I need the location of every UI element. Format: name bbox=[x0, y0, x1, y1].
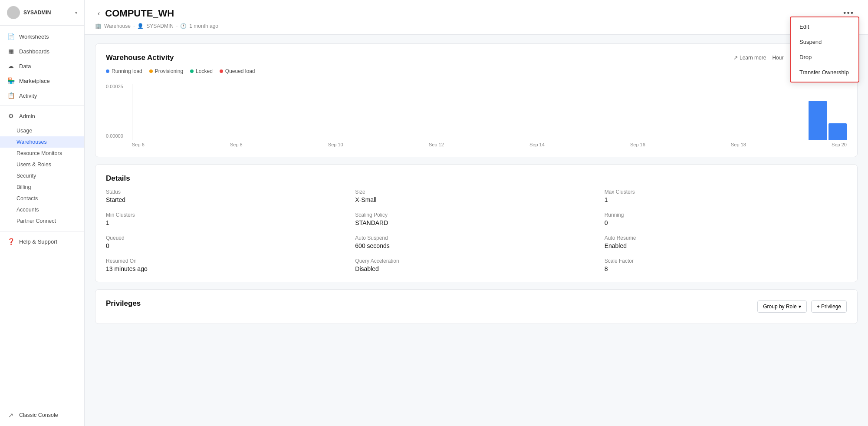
sidebar-item-marketplace[interactable]: 🏪 Marketplace bbox=[0, 73, 84, 88]
detail-query-acceleration-label: Query Acceleration bbox=[355, 258, 597, 264]
sidebar-item-partner-connect[interactable]: Partner Connect bbox=[0, 215, 84, 227]
sidebar-item-label: Classic Console bbox=[19, 412, 58, 418]
add-privilege-button[interactable]: + Privilege bbox=[811, 301, 847, 313]
sidebar-nav: 📄 Worksheets ▦ Dashboards ☁ Data 🏪 Marke… bbox=[0, 26, 84, 404]
page-title: COMPUTE_WH bbox=[105, 8, 174, 19]
detail-max-clusters-value: 1 bbox=[605, 196, 847, 203]
detail-size: Size X-Small bbox=[355, 189, 597, 203]
breadcrumb-user: SYSADMIN bbox=[146, 23, 174, 29]
dropdown-suspend[interactable]: Suspend bbox=[791, 34, 858, 50]
add-privilege-label: + Privilege bbox=[817, 304, 841, 310]
legend-running-load: Running load bbox=[106, 68, 142, 74]
chart-bars bbox=[809, 101, 847, 140]
sidebar-item-billing[interactable]: Billing bbox=[0, 182, 84, 193]
breadcrumb-user-icon: 👤 bbox=[137, 23, 144, 29]
detail-scaling-policy-value: STANDARD bbox=[355, 219, 597, 226]
privileges-actions: Group by Role ▾ + Privilege bbox=[757, 301, 847, 313]
x-label-sep10: Sep 10 bbox=[328, 142, 343, 147]
sidebar-item-security[interactable]: Security bbox=[0, 170, 84, 182]
provisioning-dot bbox=[149, 69, 153, 73]
sidebar-item-worksheets[interactable]: 📄 Worksheets bbox=[0, 29, 84, 44]
time-btn-hour[interactable]: Hour bbox=[769, 53, 786, 62]
dropdown-drop[interactable]: Drop bbox=[791, 50, 858, 65]
x-label-sep18: Sep 18 bbox=[731, 142, 746, 147]
sidebar-item-usage[interactable]: Usage bbox=[0, 125, 84, 136]
sidebar-item-classic-console[interactable]: ↗ Classic Console bbox=[0, 408, 84, 423]
detail-status-value: Started bbox=[106, 196, 348, 203]
sidebar-item-label: Dashboards bbox=[19, 48, 49, 55]
sidebar-item-dashboards[interactable]: ▦ Dashboards bbox=[0, 44, 84, 59]
data-icon: ☁ bbox=[7, 63, 15, 69]
back-button[interactable]: ‹ bbox=[95, 9, 102, 18]
chart-legend: Running load Provisioning Locked Qu bbox=[106, 68, 255, 74]
sidebar-item-accounts[interactable]: Accounts bbox=[0, 204, 84, 215]
sidebar-header[interactable]: SYSADMIN ▾ bbox=[0, 0, 84, 26]
detail-size-label: Size bbox=[355, 189, 597, 195]
sidebar-item-help-support[interactable]: ❓ Help & Support bbox=[0, 234, 84, 249]
legend-locked: Locked bbox=[190, 68, 213, 74]
privileges-card: Privileges Group by Role ▾ + Privilege bbox=[95, 289, 858, 324]
page-header: ‹ COMPUTE_WH ••• Edit Suspend Drop Trans… bbox=[85, 0, 868, 35]
legend-queued-load: Queued load bbox=[220, 68, 255, 74]
chart-x-labels: Sep 6 Sep 8 Sep 10 Sep 12 Sep 14 Sep 16 … bbox=[132, 142, 847, 147]
detail-running-label: Running bbox=[605, 212, 847, 218]
group-by-role-button[interactable]: Group by Role ▾ bbox=[757, 301, 806, 313]
detail-scaling-policy-label: Scaling Policy bbox=[355, 212, 597, 218]
main-content: ‹ COMPUTE_WH ••• Edit Suspend Drop Trans… bbox=[85, 0, 868, 426]
x-label-sep6: Sep 6 bbox=[132, 142, 145, 147]
clock-icon: 🕐 bbox=[180, 23, 187, 29]
page-content: Warehouse Activity Running load Provisio… bbox=[85, 35, 868, 333]
legend-running-load-label: Running load bbox=[112, 68, 142, 74]
header-top-row: ‹ COMPUTE_WH ••• Edit Suspend Drop Trans… bbox=[95, 7, 858, 20]
detail-min-clusters-label: Min Clusters bbox=[106, 212, 348, 218]
detail-status: Status Started bbox=[106, 189, 348, 203]
sidebar-user: SYSADMIN bbox=[23, 10, 72, 16]
chart-bar-2 bbox=[829, 123, 847, 140]
detail-max-clusters: Max Clusters 1 bbox=[605, 189, 847, 203]
detail-min-clusters: Min Clusters 1 bbox=[106, 212, 348, 226]
nav-divider-2 bbox=[0, 231, 84, 231]
privileges-header: Privileges Group by Role ▾ + Privilege bbox=[106, 299, 847, 314]
detail-auto-resume-value: Enabled bbox=[605, 242, 847, 249]
detail-scale-factor: Scale Factor 8 bbox=[605, 258, 847, 272]
locked-dot bbox=[190, 69, 194, 73]
breadcrumb: 🏢 Warehouse · 👤 SYSADMIN · 🕐 1 month ago bbox=[95, 23, 858, 29]
x-label-sep20: Sep 20 bbox=[832, 142, 847, 147]
dropdown-edit[interactable]: Edit bbox=[791, 19, 858, 34]
detail-auto-suspend-label: Auto Suspend bbox=[355, 235, 597, 241]
detail-resumed-on-value: 13 minutes ago bbox=[106, 265, 348, 272]
sidebar-item-users-roles[interactable]: Users & Roles bbox=[0, 159, 84, 170]
sidebar-item-resource-monitors[interactable]: Resource Monitors bbox=[0, 148, 84, 159]
chart-header: Warehouse Activity Running load Provisio… bbox=[106, 53, 847, 79]
y-axis-bottom-label: 0.00000 bbox=[106, 133, 123, 139]
running-load-dot bbox=[106, 69, 109, 73]
chart-title: Warehouse Activity bbox=[106, 53, 255, 62]
dropdown-transfer-ownership[interactable]: Transfer Ownership bbox=[791, 65, 858, 80]
detail-auto-resume-label: Auto Resume bbox=[605, 235, 847, 241]
x-label-sep8: Sep 8 bbox=[230, 142, 243, 147]
sidebar-item-label: Help & Support bbox=[19, 238, 57, 245]
sidebar-item-label: Data bbox=[19, 63, 31, 69]
worksheets-icon: 📄 bbox=[7, 33, 15, 40]
detail-running-value: 0 bbox=[605, 219, 847, 226]
group-by-role-label: Group by Role bbox=[763, 304, 796, 310]
learn-more-button[interactable]: ↗ Learn more bbox=[733, 55, 766, 61]
x-label-sep12: Sep 12 bbox=[429, 142, 444, 147]
external-link-icon: ↗ bbox=[7, 412, 15, 419]
sidebar-item-admin[interactable]: ⚙ Admin bbox=[0, 109, 84, 123]
warehouse-breadcrumb-icon: 🏢 bbox=[95, 23, 102, 29]
detail-running: Running 0 bbox=[605, 212, 847, 226]
dashboards-icon: ▦ bbox=[7, 48, 15, 55]
detail-min-clusters-value: 1 bbox=[106, 219, 348, 226]
breadcrumb-warehouse: Warehouse bbox=[104, 23, 131, 29]
sidebar-item-warehouses[interactable]: Warehouses bbox=[0, 136, 84, 148]
sidebar-item-activity[interactable]: 📋 Activity bbox=[0, 88, 84, 103]
detail-auto-suspend-value: 600 seconds bbox=[355, 242, 597, 249]
detail-scale-factor-label: Scale Factor bbox=[605, 258, 847, 264]
legend-provisioning-label: Provisioning bbox=[155, 68, 183, 74]
chart-bar-1 bbox=[809, 101, 827, 140]
sidebar-item-contacts[interactable]: Contacts bbox=[0, 193, 84, 204]
sidebar-item-data[interactable]: ☁ Data bbox=[0, 59, 84, 73]
details-title: Details bbox=[106, 174, 847, 183]
x-label-sep16: Sep 16 bbox=[630, 142, 645, 147]
